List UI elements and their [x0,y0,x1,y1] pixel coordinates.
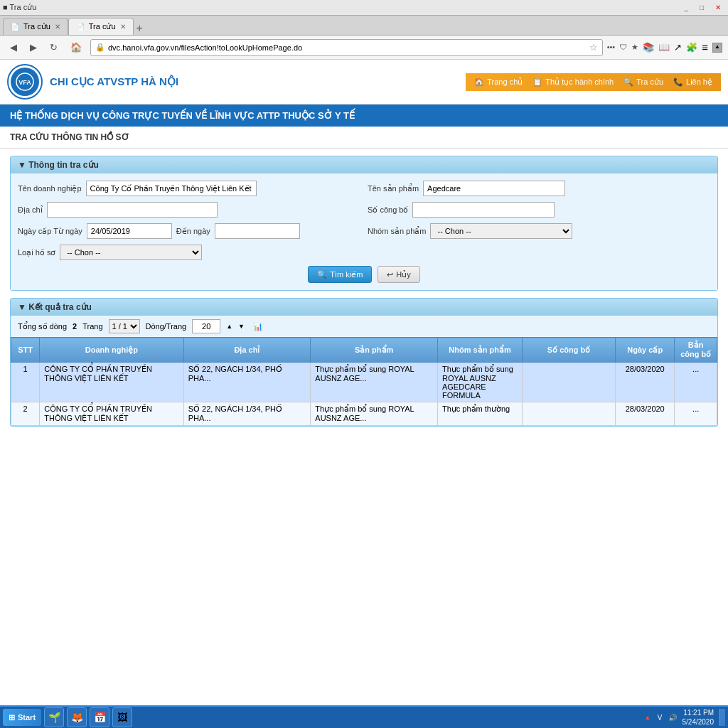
table-row[interactable]: 2 CÔNG TY CỔ PHẦN TRUYỀN THÔNG VIỆT LIÊN… [11,402,717,426]
so-cong-bo-input[interactable] [412,202,555,218]
search-nav-label: Tra cứu [636,77,663,87]
ten-doanh-nghiep-label: Tên doanh nghiệp [18,184,82,193]
form-row-1: Tên doanh nghiệp Tên sản phẩm [18,181,710,196]
dia-chi-input[interactable] [47,202,218,218]
taskbar-right: 🔺 V 🔊 11:21 PM 5/24/2020 [643,708,725,727]
show-desktop-button[interactable] [719,709,725,726]
loai-ho-so-select[interactable]: -- Chon -- [60,245,202,260]
tab-1[interactable]: 📄 Tra cứu ✕ [3,18,68,35]
procedures-nav-label: Thủ tục hành chính [545,77,614,87]
taskbar-icon-2[interactable]: 🦊 [67,707,87,727]
minimize-button[interactable]: _ [680,1,692,14]
system-banner: HỆ THỐNG DỊCH VỤ CÔNG TRỰC TUYẾN VỀ LĨNH… [0,105,728,127]
tab-label-1: Tra cứu [23,22,50,31]
so-cong-bo-label: Số công bố [368,205,408,215]
ngay-cap-tu-input[interactable] [87,223,172,239]
cell-nhom-2: Thực phẩm thường [437,402,522,426]
reading-icon[interactable]: 📖 [658,42,670,53]
top-nav: 🏠 Trang chủ 📋 Thủ tục hành chính 🔍 Tra c… [466,73,721,91]
loai-ho-so-group: Loại hồ sơ -- Chon -- [18,245,710,260]
search-nav-icon: 🔍 [623,77,633,87]
browser-window: ■ Tra cứu _ □ ✕ 📄 Tra cứu ✕ 📄 Tra cứu ✕ … [0,0,728,728]
address-input[interactable] [108,43,587,52]
page-title-bar: TRA CỨU THÔNG TIN HỒ SƠ [0,127,728,149]
nav-procedures[interactable]: 📋 Thủ tục hành chính [532,77,614,87]
cell-so-cong-bo-2 [523,402,616,426]
cell-ban-cong-bo-2[interactable]: ... [675,402,717,426]
home-button[interactable]: 🏠 [66,40,86,55]
home-nav-icon: 🏠 [474,77,484,87]
taskbar-icon-1[interactable]: 🌱 [44,707,64,727]
ten-doanh-nghiep-group: Tên doanh nghiệp [18,181,360,196]
ten-san-pham-input[interactable] [423,181,565,196]
col-header-san-pham: Sản phẩm [311,338,438,363]
cell-ban-cong-bo-1[interactable]: ... [675,363,717,402]
star-icon[interactable]: ☆ [589,42,598,53]
back-button[interactable]: ◀ [6,40,21,55]
page-label: Trang [82,322,102,331]
sidebar-icon[interactable]: 📚 [643,42,654,53]
page-select[interactable]: 1 / 1 [109,319,140,333]
tab-close-2[interactable]: ✕ [120,23,126,31]
taskbar-icon-3[interactable]: 📅 [90,707,109,727]
col-header-doanh-nghiep: Doanh nghiệp [40,338,183,363]
cell-doanh-nghiep-1: CÔNG TY CỔ PHẦN TRUYỀN THÔNG VIỆT LIÊN K… [40,363,183,402]
rows-per-page-spinner-up[interactable]: ▲ [226,323,232,330]
main-content: ▼ Thông tin tra cứu Tên doanh nghiệp Tên… [0,149,728,705]
restore-button[interactable]: □ [695,1,708,14]
ten-doanh-nghiep-input[interactable] [86,181,257,196]
logo-inner: VFA [11,68,39,96]
logo-svg: VFA [15,72,35,92]
scrollbar-right[interactable]: ▲ [712,43,722,53]
results-panel: ▼ Kết quả tra cứu Tổng số dòng 2 Trang 1… [10,298,718,427]
page-content: VFA CHI CỤC ATVSTP HÀ NỘI 🏠 Trang chủ 📋 … [0,60,728,705]
tab-icon-1: 📄 [11,23,19,31]
start-button[interactable]: ⊞ Start [3,709,41,726]
nav-contact[interactable]: 📞 Liên hệ [673,77,712,87]
bookmark-icon[interactable]: ★ [631,43,638,52]
search-panel: ▼ Thông tin tra cứu Tên doanh nghiệp Tên… [10,156,718,291]
table-header-row: STT Doanh nghiệp Địa chỉ Sản phẩm Nhóm s… [11,338,717,363]
search-panel-body: Tên doanh nghiệp Tên sản phẩm Địa chỉ [11,173,717,290]
table-row[interactable]: 1 CÔNG TY CỔ PHẦN TRUYỀN THÔNG VIỆT LIÊN… [11,363,717,402]
export-icon[interactable]: 📊 [253,322,263,331]
clock-time: 11:21 PM [682,708,714,717]
search-button-label: Tìm kiếm [330,270,363,279]
cell-stt-2: 2 [11,402,40,426]
start-label: Start [18,713,36,722]
cell-dia-chi-2: SỐ 22, NGÁCH 1/34, PHỐ PHA... [183,402,311,426]
taskbar-icon-4[interactable]: 🖼 [112,707,132,727]
search-button[interactable]: 🔍 Tìm kiếm [308,266,372,283]
table-body: 1 CÔNG TY CỔ PHẦN TRUYỀN THÔNG VIỆT LIÊN… [11,363,717,426]
taskbar-lang: V [658,714,663,722]
cancel-button[interactable]: ↩ Hủy [378,266,419,283]
lock-icon: 🔒 [95,43,105,52]
close-button[interactable]: ✕ [711,1,725,14]
nav-search[interactable]: 🔍 Tra cứu [623,77,663,87]
menu-icon[interactable]: ≡ [702,41,708,53]
taskbar-app-icon-1: 🌱 [48,712,60,723]
results-panel-title: ▼ Kết quả tra cứu [18,302,92,312]
refresh-button[interactable]: ↻ [46,40,62,55]
clock: 11:21 PM 5/24/2020 [682,708,714,727]
rows-per-page-input[interactable] [192,319,220,333]
dia-chi-label: Địa chỉ [18,205,43,215]
results-controls: Tổng số dòng 2 Trang 1 / 1 Dòng/Trang ▲ … [11,316,717,337]
site-header: VFA CHI CỤC ATVSTP HÀ NỘI 🏠 Trang chủ 📋 … [0,60,728,105]
nav-home[interactable]: 🏠 Trang chủ [474,77,523,87]
nhom-san-pham-select[interactable]: -- Chon -- [430,223,572,239]
forward-button[interactable]: ▶ [26,40,41,55]
share-icon[interactable]: ↗ [674,42,682,53]
shield-icon: 🛡 [619,43,627,52]
col-header-so-cong-bo: Số công bố [523,338,616,363]
svg-text:VFA: VFA [18,79,31,86]
menu-dots-icon[interactable]: ••• [607,43,616,52]
search-button-icon: 🔍 [317,270,327,279]
tab-close-1[interactable]: ✕ [55,23,60,31]
new-tab-button[interactable]: + [136,22,143,35]
page-title: TRA CỨU THÔNG TIN HỒ SƠ [10,132,129,142]
tab-2[interactable]: 📄 Tra cứu ✕ [68,18,134,35]
extension-icon[interactable]: 🧩 [686,42,697,53]
den-ngay-input[interactable] [215,223,300,239]
rows-per-page-spinner-down[interactable]: ▼ [238,323,245,330]
